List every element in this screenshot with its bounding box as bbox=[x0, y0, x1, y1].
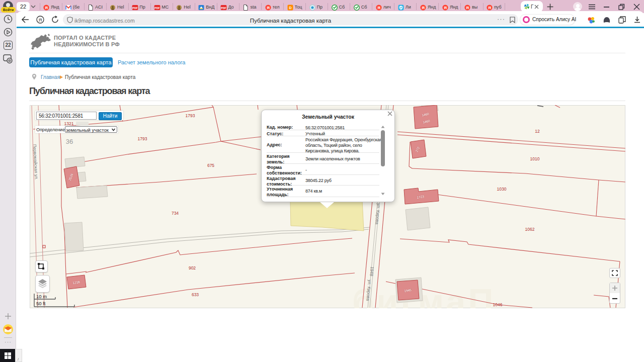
svg-text:PDF: PDF bbox=[132, 7, 138, 10]
svg-text:734: 734 bbox=[172, 211, 179, 216]
svg-text:PDF: PDF bbox=[221, 7, 226, 10]
svg-text:902: 902 bbox=[189, 265, 196, 270]
svg-text:12: 12 bbox=[535, 129, 540, 134]
svg-text:Я: Я bbox=[488, 6, 491, 10]
svg-text:PDF: PDF bbox=[154, 7, 160, 10]
svg-text:1793: 1793 bbox=[186, 113, 195, 118]
svg-text:D: D bbox=[289, 6, 291, 10]
svg-text:Я: Я bbox=[267, 6, 270, 10]
svg-text:бигмаП: бигмаП bbox=[352, 282, 496, 308]
svg-text:675: 675 bbox=[207, 163, 214, 168]
svg-text:633: 633 bbox=[192, 292, 199, 297]
svg-text:1793: 1793 bbox=[138, 136, 147, 141]
svg-text:1030: 1030 bbox=[497, 187, 507, 192]
svg-text:Я: Я bbox=[444, 6, 447, 10]
svg-text:Я: Я bbox=[45, 6, 48, 10]
svg-text:1046: 1046 bbox=[493, 302, 503, 307]
svg-text:ул. Кирова: ул. Кирова bbox=[374, 203, 381, 225]
svg-text:1062: 1062 bbox=[525, 227, 535, 232]
svg-text:Я: Я bbox=[39, 17, 42, 23]
svg-text:1010: 1010 bbox=[530, 156, 540, 161]
svg-text:Я: Я bbox=[466, 6, 469, 10]
svg-text:36: 36 bbox=[66, 138, 73, 145]
svg-text:10 m: 10 m bbox=[36, 294, 47, 299]
svg-text:50 ft: 50 ft bbox=[36, 301, 46, 306]
svg-text:Первомайская ул.: Первомайская ул. bbox=[32, 144, 39, 180]
svg-text:1948: 1948 bbox=[369, 266, 375, 277]
svg-text:Я: Я bbox=[422, 6, 425, 10]
svg-text:Я: Я bbox=[377, 6, 380, 10]
